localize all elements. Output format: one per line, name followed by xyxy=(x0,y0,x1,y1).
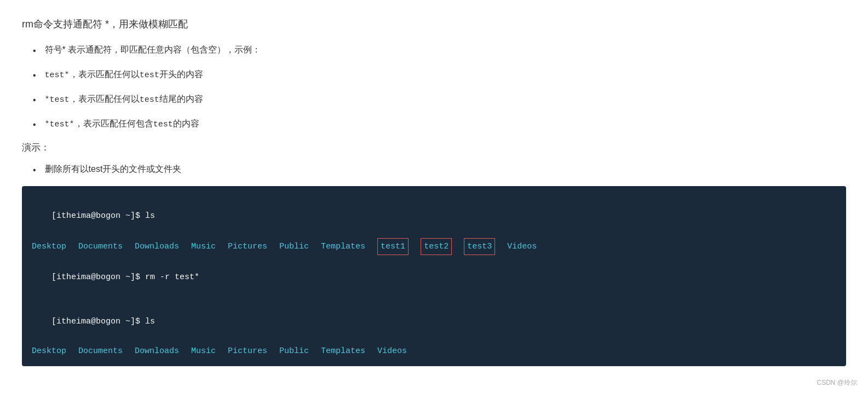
demo-bullet-text: 删除所有以test开头的文件或文件夹 xyxy=(45,161,182,176)
ls-item: Documents xyxy=(78,239,123,254)
terminal-line-2: [itheima@bogon ~]$ rm -r test* xyxy=(32,255,836,299)
bullet-dot-3: • xyxy=(33,93,36,107)
bullet-text-3: *test，表示匹配任何以test结尾的内容 xyxy=(45,91,203,107)
main-title: rm命令支持通配符 *，用来做模糊匹配 xyxy=(22,16,846,32)
ls-item: Pictures xyxy=(228,239,267,254)
code-test-inline-4: test xyxy=(153,120,173,129)
ls-item: Downloads xyxy=(135,344,179,359)
ls-item: Downloads xyxy=(135,239,179,254)
terminal-prompt-2: [itheima@bogon ~]$ xyxy=(51,273,145,282)
terminal-ls-output-1: DesktopDocumentsDownloadsMusicPicturesPu… xyxy=(32,238,836,255)
bullet-text-4: *test*，表示匹配任何包含test的内容 xyxy=(45,116,199,132)
ls-item: test2 xyxy=(421,238,452,255)
terminal-prompt-3: [itheima@bogon ~]$ xyxy=(51,317,145,326)
watermark: CSDN @玲尔 xyxy=(817,378,857,388)
bullet-item-4: • *test*，表示匹配任何包含test的内容 xyxy=(22,116,846,132)
terminal-cmd-3: ls xyxy=(145,317,155,326)
ls-item: Videos xyxy=(507,239,537,254)
demo-title: 演示： xyxy=(22,141,846,154)
bullet-dot-4: • xyxy=(33,117,36,132)
bullet-dot-2: • xyxy=(33,68,36,83)
ls-item: Music xyxy=(191,239,216,254)
terminal-ls-output-2: DesktopDocumentsDownloadsMusicPicturesPu… xyxy=(32,344,836,359)
terminal-line-1: [itheima@bogon ~]$ ls xyxy=(32,194,836,238)
ls-item: Desktop xyxy=(32,344,66,359)
ls-item: Templates xyxy=(321,239,365,254)
bullet-text-2: test*，表示匹配任何以test开头的内容 xyxy=(45,67,203,83)
ls-item: Documents xyxy=(78,344,123,359)
code-test-inline-2: test xyxy=(140,71,159,80)
code-star-test-star: *test* xyxy=(45,120,74,129)
ls-item: Music xyxy=(191,344,216,359)
bullet-item-3: • *test，表示匹配任何以test结尾的内容 xyxy=(22,91,846,107)
demo-bullet-dot: • xyxy=(33,163,36,177)
terminal-block: [itheima@bogon ~]$ ls DesktopDocumentsDo… xyxy=(22,186,846,366)
ls-item: Public xyxy=(279,344,309,359)
terminal-cmd-1: ls xyxy=(145,211,155,221)
code-test-star: test* xyxy=(45,71,70,80)
code-star-test: *test xyxy=(45,95,70,105)
ls-item: Templates xyxy=(321,344,365,359)
terminal-line-3: [itheima@bogon ~]$ ls xyxy=(32,299,836,344)
ls-item: Videos xyxy=(377,344,407,359)
terminal-cmd-2: rm -r test* xyxy=(145,273,199,282)
ls-item: test3 xyxy=(464,238,495,255)
bullet-text-1: 符号* 表示通配符，即匹配任意内容（包含空），示例： xyxy=(45,42,261,57)
ls-item: Desktop xyxy=(32,239,66,254)
bullet-dot-1: • xyxy=(33,43,36,58)
code-test-inline-3: test xyxy=(140,95,159,105)
bullet-item-1: • 符号* 表示通配符，即匹配任意内容（包含空），示例： xyxy=(22,42,846,58)
ls-item: Pictures xyxy=(228,344,267,359)
ls-item: test1 xyxy=(377,238,409,255)
terminal-prompt-1: [itheima@bogon ~]$ xyxy=(51,211,145,221)
ls-item: Public xyxy=(279,239,309,254)
demo-bullet-item: • 删除所有以test开头的文件或文件夹 xyxy=(22,161,846,177)
bullet-item-2: • test*，表示匹配任何以test开头的内容 xyxy=(22,67,846,83)
